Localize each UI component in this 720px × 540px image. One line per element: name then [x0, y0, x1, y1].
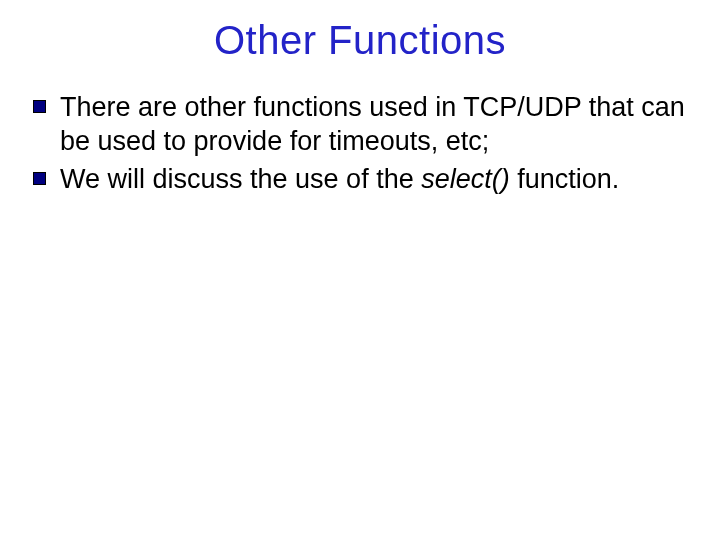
bullet-text-pre: We will discuss the use of the — [60, 164, 421, 194]
bullet-text: There are other functions used in TCP/UD… — [60, 92, 685, 156]
bullet-text-italic: select() — [421, 164, 510, 194]
list-item: We will discuss the use of the select() … — [30, 163, 690, 197]
slide-title: Other Functions — [30, 18, 690, 63]
bullet-list: There are other functions used in TCP/UD… — [30, 91, 690, 196]
slide: Other Functions There are other function… — [0, 0, 720, 540]
list-item: There are other functions used in TCP/UD… — [30, 91, 690, 159]
bullet-text-post: function. — [510, 164, 620, 194]
